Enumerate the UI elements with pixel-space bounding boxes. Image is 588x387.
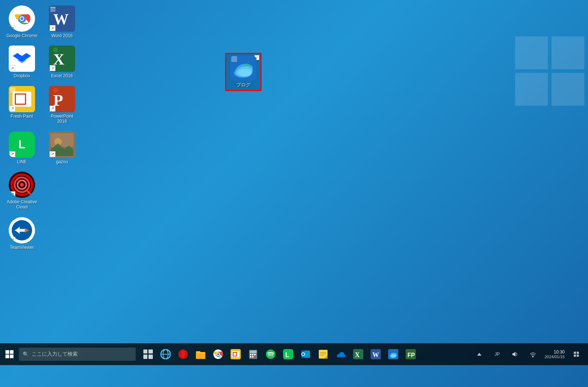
- line-taskbar-icon: L: [283, 349, 293, 359]
- taskbar-onedrive[interactable]: [332, 343, 349, 365]
- taskbar-spotify[interactable]: [262, 343, 279, 365]
- desktop-icon-adobe[interactable]: ↗ Adobe CreativeCloud: [4, 170, 40, 212]
- desktop-icon-word[interactable]: W ↗ Word 2016: [44, 4, 80, 40]
- svg-rect-69: [250, 351, 256, 353]
- svg-point-64: [217, 353, 219, 355]
- chrome-label: Google Chrome: [7, 33, 38, 38]
- system-tray-icons[interactable]: [471, 343, 487, 365]
- svg-rect-80: [304, 351, 310, 358]
- svg-point-22: [53, 88, 58, 93]
- fp-taskbar-icon: FP: [406, 349, 416, 359]
- svg-point-32: [20, 183, 24, 187]
- network-icon[interactable]: [525, 343, 541, 365]
- taskbar-freshpaint[interactable]: [227, 343, 244, 365]
- svg-rect-73: [250, 356, 251, 357]
- freshpaint-icon-image: ↗: [9, 86, 35, 112]
- clock-date: 2024/01/15: [545, 355, 565, 359]
- desktop-icon-freshpaint[interactable]: ↗ Fresh Paint: [4, 84, 40, 126]
- taskbar-sticky-notes[interactable]: [314, 343, 332, 365]
- windows-start-icon: [5, 350, 13, 358]
- icon-row-4: ↗ Adobe CreativeCloud: [4, 170, 80, 212]
- wifi-icon: [530, 351, 536, 357]
- svg-point-4: [20, 17, 23, 20]
- clock-time: 10:30: [554, 349, 565, 355]
- teamviewer-icon-image: ↗: [9, 217, 35, 243]
- svg-rect-46: [10, 350, 13, 354]
- taskbar-edge[interactable]: [384, 343, 402, 365]
- icon-row-0: ↗ Google Chrome W ↗ Word 2016: [4, 4, 80, 40]
- taskbar-apps: L: [136, 343, 471, 365]
- desktop-icon-chrome[interactable]: ↗ Google Chrome: [4, 4, 40, 40]
- opera-icon: [178, 349, 188, 359]
- taskbar-task-view[interactable]: [139, 343, 157, 365]
- svg-point-82: [302, 353, 304, 355]
- word-label: Word 2016: [51, 33, 73, 38]
- shortcut-arrow-gazou: ↗: [50, 151, 55, 157]
- shortcut-arrow-chrome: ↗: [9, 25, 15, 31]
- svg-rect-44: [552, 73, 584, 106]
- excel-label: Excel 2016: [51, 73, 73, 78]
- adobe-label: Adobe CreativeCloud: [7, 199, 37, 210]
- svg-text:X: X: [355, 351, 360, 359]
- powerpoint-icon-image: P ↗: [49, 86, 75, 112]
- selected-icon-blog[interactable]: ✓ ブログ: [225, 53, 262, 91]
- taskbar-opera[interactable]: [174, 343, 192, 365]
- desktop-icons-container: ↗ Google Chrome W ↗ Word 2016: [4, 4, 80, 252]
- svg-rect-70: [250, 354, 251, 355]
- svg-marker-96: [512, 352, 515, 357]
- svg-rect-47: [5, 355, 9, 358]
- language-text: JP: [495, 352, 500, 357]
- icon-row-2: ↗ Fresh Paint P ↗ PowerPoint 2016: [4, 84, 80, 126]
- desktop-icon-powerpoint[interactable]: P ↗ PowerPoint 2016: [44, 84, 80, 126]
- shortcut-arrow-adobe: ↗: [9, 191, 15, 197]
- taskbar-word[interactable]: W: [367, 343, 384, 365]
- desktop-icon-teamviewer[interactable]: ↗ TeamViewer: [4, 215, 40, 252]
- svg-rect-50: [148, 349, 153, 353]
- taskbar-chrome[interactable]: [209, 343, 227, 365]
- ie-icon: [160, 349, 171, 359]
- svg-rect-100: [574, 355, 576, 357]
- taskbar-excel[interactable]: X: [349, 343, 367, 365]
- taskbar-file-explorer[interactable]: [192, 343, 209, 365]
- excel-taskbar-icon: X: [353, 349, 363, 359]
- notification-icon[interactable]: [568, 343, 584, 365]
- svg-point-97: [532, 356, 533, 357]
- svg-rect-60: [196, 353, 205, 359]
- shortcut-arrow-excel: ↗: [50, 65, 55, 71]
- chrome-icon-image: ↗: [9, 5, 35, 32]
- freshpaint-taskbar-icon: [231, 349, 241, 359]
- gazou-icon-image: ↗: [49, 132, 75, 158]
- svg-rect-40: [231, 56, 237, 62]
- svg-text:W: W: [53, 11, 69, 28]
- blog-icon-image: [230, 56, 256, 81]
- desktop-icon-dropbox[interactable]: ↗ Dropbox: [4, 44, 40, 80]
- svg-point-15: [53, 47, 58, 52]
- gazou-label: gazou: [56, 159, 68, 164]
- svg-text:L: L: [285, 351, 289, 359]
- taskbar-fp[interactable]: FP: [402, 343, 419, 365]
- taskbar-line[interactable]: L: [279, 343, 297, 365]
- line-label: LINE: [17, 159, 27, 164]
- svg-rect-101: [577, 355, 579, 357]
- shortcut-arrow-teamviewer: ↗: [9, 237, 15, 243]
- svg-rect-42: [552, 36, 584, 69]
- taskbar-outlook[interactable]: [297, 343, 314, 365]
- svg-marker-95: [477, 353, 481, 356]
- desktop-icon-line[interactable]: L ↗ LINE: [4, 130, 40, 166]
- taskbar-ie[interactable]: [157, 343, 174, 365]
- volume-icon[interactable]: [507, 343, 523, 365]
- svg-text:FP: FP: [407, 352, 415, 358]
- desktop-icon-excel[interactable]: X ↗ Excel 2016: [44, 44, 80, 80]
- windows-logo-watermark: [515, 36, 588, 109]
- svg-rect-41: [515, 36, 548, 69]
- svg-rect-99: [577, 352, 579, 354]
- taskbar-calculator[interactable]: [244, 343, 262, 365]
- taskbar-clock[interactable]: 10:30 2024/01/15: [543, 349, 566, 359]
- line-logo-text: L: [18, 138, 26, 151]
- desktop-icon-gazou[interactable]: ↗ gazou: [44, 130, 80, 166]
- svg-text:W: W: [372, 351, 379, 359]
- language-indicator[interactable]: JP: [489, 343, 505, 365]
- start-button[interactable]: [0, 343, 19, 365]
- taskbar-search[interactable]: 🔍 ここに入力して検索: [19, 348, 136, 361]
- svg-rect-43: [515, 73, 548, 106]
